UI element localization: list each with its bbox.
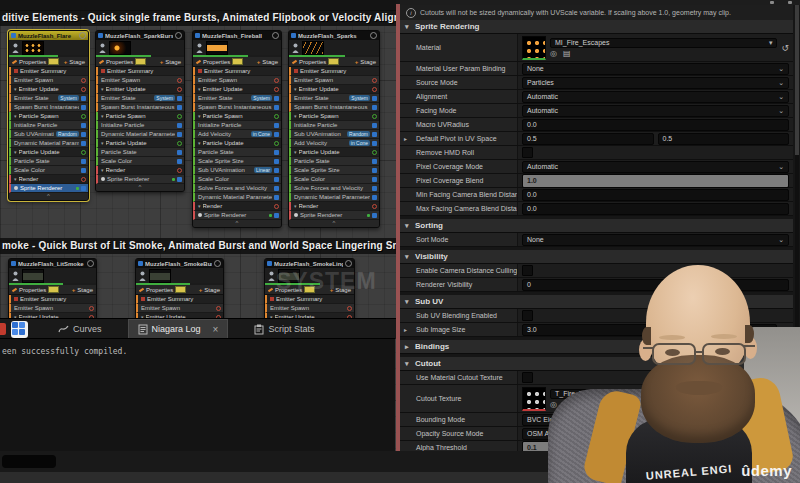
module-row-dynamic-material-parameters[interactable]: Dynamic Material Parameters [9,139,88,148]
emitter-title[interactable]: MuzzleFlash_Flare [9,31,88,40]
module-row-emitter-spawn[interactable]: Emitter Spawn [9,304,96,313]
module-row-emitter-spawn[interactable]: Emitter Spawn [193,76,281,85]
material-thumbnail[interactable] [522,36,546,60]
pixel-coverage-mode-dropdown[interactable]: Automatic⌄ [522,161,789,173]
app-grid-icon[interactable] [11,321,28,338]
module-row-dynamic-material-parameters[interactable]: Dynamic Material Parameters [193,193,281,202]
properties-row[interactable]: Properties+Stage [193,57,281,67]
module-row-particle-update[interactable]: ▾Particle Update [193,139,281,148]
module-row-dynamic-material-parameters[interactable]: Dynamic Material Parameters [96,130,184,139]
module-row-dynamic-material-parameters[interactable]: Dynamic Material Parameters [289,193,379,202]
module-row-sub-uvanimation[interactable]: Sub UVAnimationRandom [289,130,379,139]
emitter-node-muzzleflash-flare[interactable]: MuzzleFlash_FlareProperties+StageEmitter… [8,30,89,201]
category-sprite-rendering[interactable]: ▾Sprite Rendering [400,20,793,34]
module-row-particle-spawn[interactable]: ▾Particle Spawn [96,112,184,121]
module-row-emitter-update[interactable]: ▾Emitter Update [193,85,281,94]
module-row-scale-color[interactable]: Scale Color [193,175,281,184]
emitter-title[interactable]: MuzzleFlash_Fireball [193,31,281,40]
category-sorting[interactable]: ▾Sorting [400,219,793,233]
module-row-emitter-summary[interactable]: Emitter Summary [289,67,379,76]
properties-row[interactable]: Properties+Stage [9,57,88,67]
module-row-add-velocity[interactable]: Add Velocityin Cone [193,130,281,139]
module-row-emitter-summary[interactable]: Emitter Summary [96,67,184,76]
emitter-node-muzzleflash-smokeburst[interactable]: MuzzleFlash_SmokeBurstProperties+StageEm… [135,258,224,319]
panel-header-icon[interactable] [770,1,774,4]
default-pivot-in-uv-space-input-y[interactable]: 0.5 [658,133,790,145]
module-row-scale-sprite-size[interactable]: Scale Sprite Size [289,166,379,175]
browse-to-asset-icon[interactable]: ▤ [563,50,571,58]
module-row-emitter-update[interactable]: ▾Emitter Update [96,85,184,94]
module-row-particle-state[interactable]: Particle State [193,148,281,157]
use-selected-asset-icon[interactable]: ◎ [550,50,557,58]
module-row-render[interactable]: ▾Render [9,175,88,184]
module-row-sprite-renderer[interactable]: Sprite Renderer [9,184,88,193]
source-mode-dropdown[interactable]: Particles⌄ [522,77,789,89]
emitter-title[interactable]: MuzzleFlash_SmokeBurst [136,259,223,268]
module-row-sprite-renderer[interactable]: Sprite Renderer [193,211,281,220]
material-user-param-binding-dropdown[interactable]: None⌄ [522,63,789,75]
facing-mode-dropdown[interactable]: Automatic⌄ [522,105,789,117]
material-asset-picker[interactable]: MI_Fire_Escapes▾ [550,38,777,48]
module-row-spawn-burst-instantaneous[interactable]: Spawn Burst Instantaneous [9,103,88,112]
module-row-emitter-spawn[interactable]: Emitter Spawn [136,304,223,313]
module-row-particle-spawn[interactable]: ▾Particle Spawn [193,112,281,121]
properties-row[interactable]: Properties+Stage [289,57,379,67]
module-row-spawn-burst-instantaneous[interactable]: Spawn Burst Instantaneous [193,103,281,112]
tab-curves[interactable]: Curves [48,319,112,339]
module-row-initialize-particle[interactable]: Initialize Particle [9,121,88,130]
panel-header-icon[interactable] [788,1,792,4]
module-row-initialize-particle[interactable]: Initialize Particle [96,121,184,130]
module-row-particle-update[interactable]: ▾Particle Update [96,139,184,148]
properties-row[interactable]: Properties+Stage [136,285,223,295]
emitter-title[interactable]: MuzzleFlash_SparkBurst [96,31,184,40]
macro-uvradius-input[interactable]: 0.0 [522,119,789,131]
module-row-emitter-spawn[interactable]: Emitter Spawn [96,76,184,85]
module-row-solve-forces-and-velocity[interactable]: Solve Forces and Velocity [289,184,379,193]
collapse-chevron[interactable]: ^ [9,193,88,200]
module-row-emitter-state[interactable]: Emitter StateSystem [193,94,281,103]
module-row-particle-update[interactable]: ▾Particle Update [289,148,379,157]
tab-niagara-log[interactable]: Niagara Log × [128,319,229,339]
module-row-scale-sprite-size[interactable]: Scale Sprite Size [193,157,281,166]
module-row-particle-spawn[interactable]: ▾Particle Spawn [9,112,88,121]
emitter-title[interactable]: MuzzleFlash_SmokeLinger [265,259,354,268]
module-row-scale-color[interactable]: Scale Color [96,157,184,166]
max-facing-camera-blend-distance-input[interactable]: 0.0 [522,203,789,215]
partial-tab-icon[interactable] [0,323,6,335]
module-row-emitter-summary[interactable]: Emitter Summary [9,67,88,76]
module-row-particle-state[interactable]: Particle State [9,157,88,166]
pixel-coverage-blend-slider[interactable]: 1.0 [522,174,789,188]
module-row-particle-state[interactable]: Particle State [96,148,184,157]
module-row-emitter-summary[interactable]: Emitter Summary [136,295,223,304]
module-row-emitter-spawn[interactable]: Emitter Spawn [9,76,88,85]
module-row-emitter-state[interactable]: Emitter StateSystem [9,94,88,103]
emitter-title[interactable]: MuzzleFlash_LitSmoke [9,259,96,268]
module-row-emitter-summary[interactable]: Emitter Summary [9,295,96,304]
module-row-particle-update[interactable]: ▾Particle Update [9,148,88,157]
module-row-initialize-particle[interactable]: Initialize Particle [289,121,379,130]
module-row-solve-forces-and-velocity[interactable]: Solve Forces and Velocity [193,184,281,193]
collapse-chevron[interactable]: ^ [289,220,379,227]
module-row-emitter-update[interactable]: ▾Emitter Update [9,85,88,94]
module-row-emitter-state[interactable]: Emitter StateSystem [96,94,184,103]
module-row-particle-spawn[interactable]: ▾Particle Spawn [289,112,379,121]
scrollbar-thumb[interactable] [795,5,799,155]
module-row-sprite-renderer[interactable]: Sprite Renderer [96,175,184,184]
emitter-node-muzzleflash-sparks[interactable]: MuzzleFlash_SparksProperties+StageEmitte… [288,30,380,228]
module-row-particle-state[interactable]: Particle State [289,157,379,166]
module-row-scale-color[interactable]: Scale Color [289,175,379,184]
module-row-render[interactable]: ▾Render [289,202,379,211]
module-row-emitter-update[interactable]: ▾Emitter Update [289,85,379,94]
module-row-emitter-spawn[interactable]: Emitter Spawn [289,76,379,85]
module-row-emitter-state[interactable]: Emitter StateSystem [289,94,379,103]
tab-script-stats[interactable]: Script Stats [244,319,324,339]
module-row-render[interactable]: ▾Render [96,166,184,175]
module-row-spawn-burst-instantaneous[interactable]: Spawn Burst Instantaneous [289,103,379,112]
module-row-emitter-summary[interactable]: Emitter Summary [265,295,354,304]
remove-hmd-roll-checkbox[interactable] [522,147,533,158]
properties-row[interactable]: Properties+Stage [9,285,96,295]
alignment-dropdown[interactable]: Automatic⌄ [522,91,789,103]
module-row-emitter-summary[interactable]: Emitter Summary [193,67,281,76]
collapse-chevron[interactable]: ^ [96,184,184,191]
emitter-node-muzzleflash-litsmoke[interactable]: MuzzleFlash_LitSmokeProperties+StageEmit… [8,258,97,319]
